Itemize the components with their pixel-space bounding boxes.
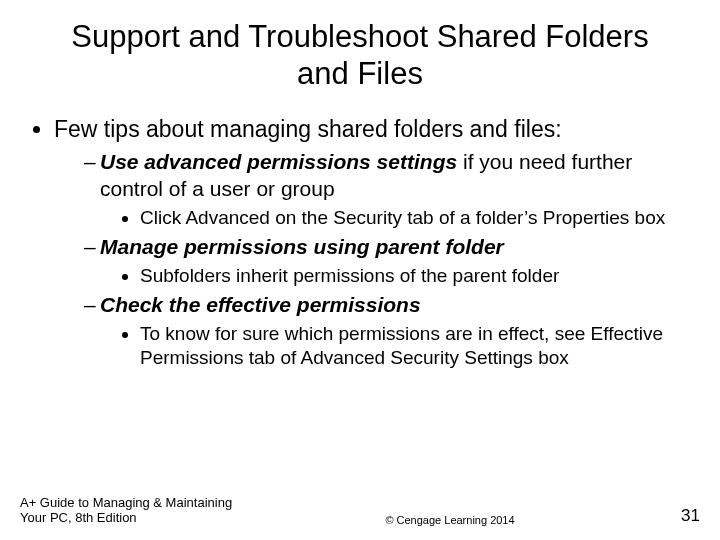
sub-sub-list: To know for sure which permissions are i… — [100, 322, 692, 370]
list-item: To know for sure which permissions are i… — [140, 322, 692, 370]
bullet-list: Few tips about managing shared folders a… — [28, 116, 692, 369]
sub-sub-list: Subfolders inherit permissions of the pa… — [100, 264, 692, 288]
footer: A+ Guide to Managing & Maintaining Your … — [0, 495, 720, 526]
footer-copyright: © Cengage Learning 2014 — [260, 514, 640, 526]
tip-emphasis: Check the effective permissions — [100, 293, 421, 316]
list-item: Check the effective permissions To know … — [84, 292, 692, 370]
tip-emphasis: Use advanced permissions settings — [100, 150, 457, 173]
detail-text: Subfolders inherit permissions of the pa… — [140, 265, 559, 286]
page-number: 31 — [640, 506, 700, 526]
detail-text: Click Advanced on the Security tab of a … — [140, 207, 665, 228]
list-item: Manage permissions using parent folder S… — [84, 234, 692, 288]
list-item: Few tips about managing shared folders a… — [54, 116, 692, 369]
sub-sub-list: Click Advanced on the Security tab of a … — [100, 206, 692, 230]
bullet-text: Few tips about managing shared folders a… — [54, 116, 562, 142]
sub-list: Use advanced permissions settings if you… — [54, 149, 692, 369]
slide-title: Support and Troubleshoot Shared Folders … — [58, 18, 662, 92]
footer-book-title: A+ Guide to Managing & Maintaining Your … — [20, 495, 260, 526]
tip-emphasis: Manage permissions using parent folder — [100, 235, 504, 258]
detail-text: To know for sure which permissions are i… — [140, 323, 663, 368]
slide: Support and Troubleshoot Shared Folders … — [0, 0, 720, 540]
list-item: Subfolders inherit permissions of the pa… — [140, 264, 692, 288]
list-item: Use advanced permissions settings if you… — [84, 149, 692, 229]
list-item: Click Advanced on the Security tab of a … — [140, 206, 692, 230]
